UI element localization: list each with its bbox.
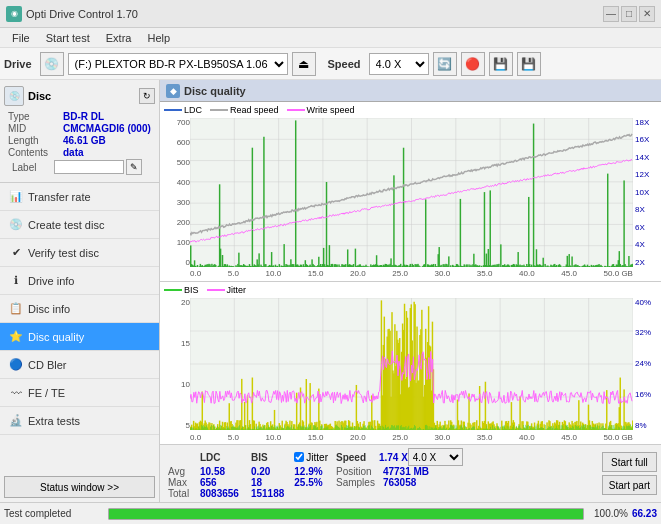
start-full-button[interactable]: Start full: [602, 452, 657, 472]
create-test-disc-icon: 💿: [8, 217, 24, 233]
read-speed-legend: Read speed: [210, 105, 279, 115]
minimize-button[interactable]: —: [603, 6, 619, 22]
disc-label-label: Label: [12, 162, 52, 173]
stats-table: LDC BIS Jitter Speed 1.74 X: [164, 448, 463, 499]
progress-percent: 100.0%: [588, 508, 628, 519]
statusbar-value: 66.23: [632, 508, 657, 519]
chart1-y-left: 700 600 500 400 300 200 100 0: [162, 118, 190, 281]
jitter-checkbox-label[interactable]: Jitter: [294, 452, 328, 463]
read-speed-legend-label: Read speed: [230, 105, 279, 115]
stats-col-speed: Speed: [332, 448, 379, 466]
chart1-canvas: [190, 118, 633, 267]
start-part-button[interactable]: Start part: [602, 475, 657, 495]
sidebar-item-transfer-rate-label: Transfer rate: [28, 191, 91, 203]
disc-info-icon: 📋: [8, 301, 24, 317]
disc-contents-row: Contents data: [8, 147, 151, 158]
write-speed-legend-label: Write speed: [307, 105, 355, 115]
jitter-legend: Jitter: [207, 285, 247, 295]
sidebar-item-disc-info[interactable]: 📋 Disc info: [0, 295, 159, 323]
drive-select[interactable]: (F:) PLEXTOR BD-R PX-LB950SA 1.06: [68, 53, 288, 75]
chart2-x-axis: 0.0 5.0 10.0 15.0 20.0 25.0 30.0 35.0 40…: [190, 430, 633, 444]
titlebar-controls[interactable]: — □ ✕: [603, 6, 655, 22]
samples-label: Samples: [332, 477, 379, 488]
disc-mid-label: MID: [8, 123, 63, 134]
sidebar-item-transfer-rate[interactable]: 📊 Transfer rate: [0, 183, 159, 211]
menu-file[interactable]: File: [4, 30, 38, 46]
speed-unit-select[interactable]: 4.0 X: [408, 448, 463, 466]
bis-legend: BIS: [164, 285, 199, 295]
status-window-button[interactable]: Status window >>: [4, 476, 155, 498]
sidebar-item-verify-test-disc-label: Verify test disc: [28, 247, 99, 259]
sidebar-item-create-test-disc-label: Create test disc: [28, 219, 104, 231]
menu-extra[interactable]: Extra: [98, 30, 140, 46]
chart2-main: 0.0 5.0 10.0 15.0 20.0 25.0 30.0 35.0 40…: [190, 298, 633, 444]
sidebar-item-drive-info[interactable]: ℹ Drive info: [0, 267, 159, 295]
max-jitter: 25.5%: [294, 477, 322, 488]
disc-icon: 💿: [4, 86, 24, 106]
avg-speed-value: 1.74 X: [379, 452, 408, 463]
stats-bottom: LDC BIS Jitter Speed 1.74 X: [160, 444, 661, 502]
transfer-rate-icon: 📊: [8, 189, 24, 205]
disc-quality-header-icon: ◆: [166, 84, 180, 98]
disc-section: 💿 Disc ↻ Type BD-R DL MID CMCMAGDI6 (000…: [0, 80, 159, 183]
start-buttons: Start full Start part: [602, 452, 657, 495]
bis-legend-label: BIS: [184, 285, 199, 295]
menu-help[interactable]: Help: [139, 30, 178, 46]
drive-icon-button[interactable]: 💿: [40, 52, 64, 76]
disc-type-value: BD-R DL: [63, 111, 104, 122]
save-button[interactable]: 💾: [517, 52, 541, 76]
disc-length-value: 46.61 GB: [63, 135, 106, 146]
right-panel: ◆ Disc quality LDC Read speed: [160, 80, 661, 502]
stats-col-ldc: LDC: [194, 448, 245, 466]
disc-contents-value: data: [63, 147, 84, 158]
sidebar-item-disc-info-label: Disc info: [28, 303, 70, 315]
main-content: 💿 Disc ↻ Type BD-R DL MID CMCMAGDI6 (000…: [0, 80, 661, 502]
sidebar-item-disc-quality[interactable]: ⭐ Disc quality: [0, 323, 159, 351]
menu-starttest[interactable]: Start test: [38, 30, 98, 46]
verify-test-disc-icon: ✔: [8, 245, 24, 261]
app-title: Opti Drive Control 1.70: [26, 8, 138, 20]
extra-tests-icon: 🔬: [8, 413, 24, 429]
speed-select[interactable]: 4.0 X 2.0 X 8.0 X: [369, 53, 429, 75]
disc-label-input[interactable]: [54, 160, 124, 174]
disc-refresh-button[interactable]: ↻: [139, 88, 155, 104]
drive-info-icon: ℹ: [8, 273, 24, 289]
settings-button2[interactable]: 💾: [489, 52, 513, 76]
sidebar-item-create-test-disc[interactable]: 💿 Create test disc: [0, 211, 159, 239]
speed-label: Speed: [328, 58, 361, 70]
titlebar-left: ◉ Opti Drive Control 1.70: [6, 6, 138, 22]
jitter-legend-label: Jitter: [227, 285, 247, 295]
total-label: Total: [164, 488, 194, 499]
status-text: Test completed: [4, 508, 104, 519]
chart1-main: 0.0 5.0 10.0 15.0 20.0 25.0 30.0 35.0 40…: [190, 118, 633, 281]
ldc-legend: LDC: [164, 105, 202, 115]
sidebar-item-fe-te-label: FE / TE: [28, 387, 65, 399]
sidebar-item-verify-test-disc[interactable]: ✔ Verify test disc: [0, 239, 159, 267]
eject-button[interactable]: ⏏: [292, 52, 316, 76]
chart2-y-left: 20 15 10 5: [162, 298, 190, 444]
close-button[interactable]: ✕: [639, 6, 655, 22]
avg-bis: 0.20: [251, 466, 270, 477]
disc-title: Disc: [28, 90, 51, 102]
sidebar-item-extra-tests[interactable]: 🔬 Extra tests: [0, 407, 159, 435]
disc-label-row: Label ✎: [12, 159, 147, 175]
disc-label-button[interactable]: ✎: [126, 159, 142, 175]
chart1-y-right: 18X 16X 14X 12X 10X 8X 6X 4X 2X: [633, 118, 659, 281]
settings-button1[interactable]: 🔴: [461, 52, 485, 76]
chart2-y-right: 40% 32% 24% 16% 8%: [633, 298, 659, 444]
sidebar-item-cd-bler[interactable]: 🔵 CD Bler: [0, 351, 159, 379]
avg-jitter: 12.9%: [294, 466, 322, 477]
jitter-checkbox[interactable]: [294, 452, 304, 462]
max-position: 47731 MB: [383, 466, 429, 477]
sidebar-item-cd-bler-label: CD Bler: [28, 359, 67, 371]
sidebar-item-fe-te[interactable]: 〰 FE / TE: [0, 379, 159, 407]
refresh-button[interactable]: 🔄: [433, 52, 457, 76]
charts-area: LDC Read speed Write speed 700 600: [160, 102, 661, 502]
disc-length-row: Length 46.61 GB: [8, 135, 151, 146]
drive-label: Drive: [4, 58, 32, 70]
maximize-button[interactable]: □: [621, 6, 637, 22]
titlebar: ◉ Opti Drive Control 1.70 — □ ✕: [0, 0, 661, 28]
write-speed-legend: Write speed: [287, 105, 355, 115]
disc-length-label: Length: [8, 135, 63, 146]
toolbar: Drive 💿 (F:) PLEXTOR BD-R PX-LB950SA 1.0…: [0, 48, 661, 80]
